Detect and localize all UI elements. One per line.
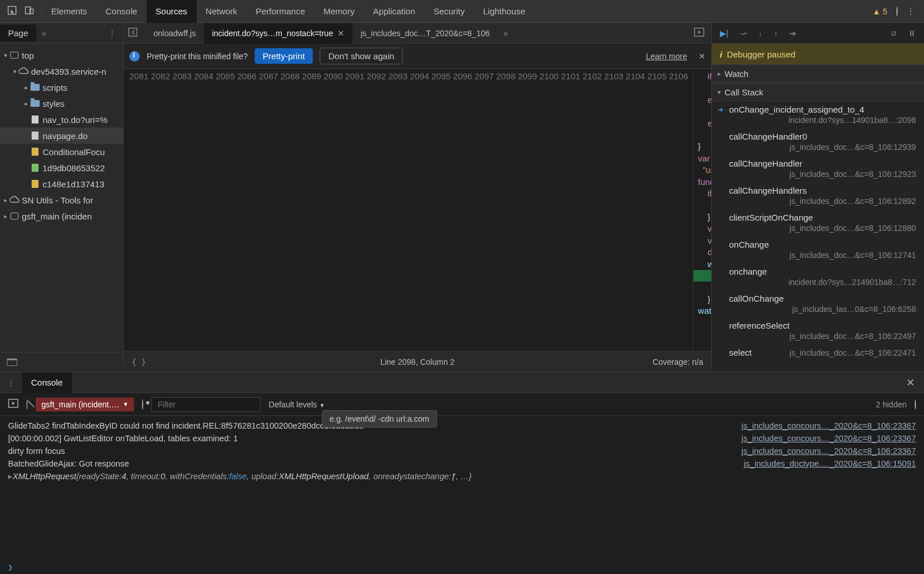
step-out-icon[interactable]: ↑	[774, 29, 778, 38]
callstack-section[interactable]: ▾Call Stack	[712, 83, 924, 101]
page-tab[interactable]: Page	[0, 25, 36, 41]
console-line: dirty form focusjs_includes_concours…_20…	[8, 445, 916, 457]
tree-item[interactable]: 1d9db08653522	[0, 160, 123, 176]
step-icon[interactable]: ➔	[789, 29, 796, 38]
stack-frame[interactable]: callChangeHandlersjs_includes_doc…&c=8_1…	[712, 182, 924, 209]
run-snippet-icon[interactable]	[687, 28, 711, 38]
tree-item[interactable]: ▸gsft_main (inciden	[0, 208, 123, 224]
format-icon[interactable]: { }	[132, 357, 146, 367]
stack-frame[interactable]: ➔onChange_incident_assigned_to_4incident…	[712, 101, 924, 128]
tab-memory[interactable]: Memory	[315, 0, 364, 23]
debugger-controls: ▶| ⤻ ↓ ↑ ➔ ⧄ ⏸	[712, 23, 924, 44]
run-icon[interactable]	[8, 399, 18, 410]
history-back-icon[interactable]	[124, 28, 145, 38]
resume-icon[interactable]: ▶|	[720, 29, 729, 38]
context-selector[interactable]: gsft_main (incident.…▼	[36, 398, 134, 411]
step-over-icon[interactable]: ⤻	[740, 29, 747, 38]
drawer-close-icon[interactable]: ✕	[897, 376, 924, 389]
stack-frame[interactable]: referenceSelectjs_includes_doc…&c=8_106:…	[712, 317, 924, 344]
tabs-overflow-icon[interactable]: »	[498, 29, 514, 38]
tab-application[interactable]: Application	[364, 0, 424, 23]
step-into-icon[interactable]: ↓	[758, 29, 762, 38]
console-toolbar: gsft_main (incident.…▼ Default levels ▼ …	[0, 393, 924, 416]
pretty-print-button[interactable]: Pretty-print	[255, 48, 313, 64]
source-link[interactable]: js_includes_concours…_2020&c=8_106:23367	[730, 446, 916, 456]
stack-frame[interactable]: callChangeHandler0js_includes_doc…&c=8_1…	[712, 128, 924, 155]
drawer: ⋮ Console ✕ gsft_main (incident.…▼ Defau…	[0, 372, 924, 574]
debugger-pane: ▶| ⤻ ↓ ↑ ➔ ⧄ ⏸ i Debugger paused ▸Watch …	[711, 23, 924, 372]
console-line: [00:00:00.002] GwtListEditor onTableLoad…	[8, 432, 916, 445]
tree-item[interactable]: ▾dev54393.service-n	[0, 63, 123, 79]
console-filter-input[interactable]	[151, 397, 260, 412]
file-tab-bar: onloadwff.jsincident.do?sys…m_nostack=tr…	[124, 23, 711, 44]
paused-banner: i Debugger paused	[712, 44, 924, 64]
pause-exceptions-icon[interactable]: ⏸	[908, 29, 916, 38]
source-link[interactable]: js_includes_concours…_2020&c=8_106:23367	[730, 434, 916, 443]
stack-frame[interactable]: onchangeincident.do?sys…214901ba8…:712	[712, 263, 924, 290]
tree-item[interactable]: nav_to.do?uri=%	[0, 111, 123, 128]
stack-frame[interactable]: selectjs_includes_doc…&c=8_106:22471	[712, 344, 924, 361]
main-toolbar: ElementsConsoleSourcesNetworkPerformance…	[0, 0, 924, 23]
source-link[interactable]: js_includes_concours…_2020&c=8_106:23367	[730, 421, 916, 430]
console-line: GlideTabs2 findTabIndexByID could not fi…	[8, 419, 916, 432]
pretty-print-bar: Pretty-print this minified file? Pretty-…	[124, 44, 711, 69]
cursor-position: Line 2098, Column 2	[380, 357, 454, 367]
tree-item[interactable]: ▸SN Utils - Tools for	[0, 192, 123, 208]
source-link[interactable]: js_includes_doctype.…_2020&c=8_106:15091	[733, 459, 917, 468]
filter-hint-tooltip: e.g. /event\d/ -cdn url:a.com	[322, 410, 437, 427]
tab-sources[interactable]: Sources	[147, 0, 197, 23]
tab-performance[interactable]: Performance	[247, 0, 315, 23]
paused-text: Debugger paused	[727, 49, 795, 59]
call-stack-list: ➔onChange_incident_assigned_to_4incident…	[712, 101, 924, 372]
tree-item[interactable]: ▾top	[0, 47, 123, 63]
console-line: BatchedGlideAjax: Got responsejs_include…	[8, 457, 916, 470]
tree-item[interactable]: ▸scripts	[0, 79, 123, 95]
tree-item[interactable]: c148e1d137413	[0, 176, 123, 192]
console-prompt[interactable]: ❯	[0, 560, 924, 574]
settings-icon[interactable]	[896, 7, 898, 16]
drawer-menu-icon[interactable]: ⋮	[0, 378, 22, 387]
console-tab[interactable]: Console	[22, 372, 72, 393]
watch-section[interactable]: ▸Watch	[712, 64, 924, 83]
more-icon[interactable]: ⋮	[907, 7, 915, 16]
coverage-status: Coverage: n/a	[653, 357, 703, 367]
log-levels-selector[interactable]: Default levels ▼	[269, 400, 325, 409]
live-expression-icon[interactable]	[142, 400, 143, 409]
code-editor[interactable]: 2081 2082 2083 2084 2085 2086 2087 2088 …	[124, 69, 711, 351]
close-tab-icon[interactable]: ✕	[338, 29, 344, 38]
info-icon	[129, 51, 140, 61]
console-settings-icon[interactable]	[915, 400, 916, 409]
tree-item[interactable]: ConditionalFocu	[0, 144, 123, 160]
file-tree: ▾top▾dev54393.service-n▸scripts▸stylesna…	[0, 44, 123, 352]
hidden-messages[interactable]: 2 hidden	[876, 400, 907, 409]
close-bar-icon[interactable]: ✕	[694, 52, 706, 61]
clear-console-icon[interactable]	[26, 400, 28, 409]
navigator-menu-icon[interactable]: ⋮	[101, 29, 123, 38]
file-tab[interactable]: onloadwff.js	[145, 23, 204, 44]
drawer-icon[interactable]	[7, 359, 17, 366]
stack-frame[interactable]: clientScriptOnChangejs_includes_doc…&c=8…	[712, 209, 924, 236]
inspect-icon[interactable]	[7, 5, 17, 17]
device-icon[interactable]	[24, 5, 34, 17]
file-tab[interactable]: js_includes_doc…T_2020&c=8_106	[352, 23, 498, 44]
navigator-more-icon[interactable]: »	[36, 29, 52, 38]
tab-network[interactable]: Network	[197, 0, 247, 23]
dont-show-again-button[interactable]: Don't show again	[320, 48, 403, 64]
deactivate-breakpoints-icon[interactable]: ⧄	[891, 28, 896, 38]
warning-badge[interactable]: ▲ 5	[872, 7, 887, 16]
tab-security[interactable]: Security	[424, 0, 474, 23]
editor-pane: onloadwff.jsincident.do?sys…m_nostack=tr…	[124, 23, 711, 372]
console-line[interactable]: ▸ XMLHttpRequest {readyState: 4, timeout…	[8, 470, 916, 483]
tab-elements[interactable]: Elements	[42, 0, 97, 23]
learn-more-link[interactable]: Learn more	[646, 52, 687, 61]
stack-frame[interactable]: callOnChangejs_includes_las…0&c=8_106:62…	[712, 290, 924, 317]
console-output: GlideTabs2 findTabIndexByID could not fi…	[0, 416, 924, 560]
tab-console[interactable]: Console	[97, 0, 147, 23]
tab-lighthouse[interactable]: Lighthouse	[474, 0, 534, 23]
stack-frame[interactable]: callChangeHandlerjs_includes_doc…&c=8_10…	[712, 155, 924, 182]
file-tab[interactable]: incident.do?sys…m_nostack=true✕	[204, 23, 353, 44]
navigator-pane: Page » ⋮ ▾top▾dev54393.service-n▸scripts…	[0, 23, 124, 372]
stack-frame[interactable]: onChangejs_includes_doc…&c=8_106:12741	[712, 236, 924, 263]
tree-item[interactable]: ▸styles	[0, 95, 123, 111]
tree-item[interactable]: navpage.do	[0, 128, 123, 144]
